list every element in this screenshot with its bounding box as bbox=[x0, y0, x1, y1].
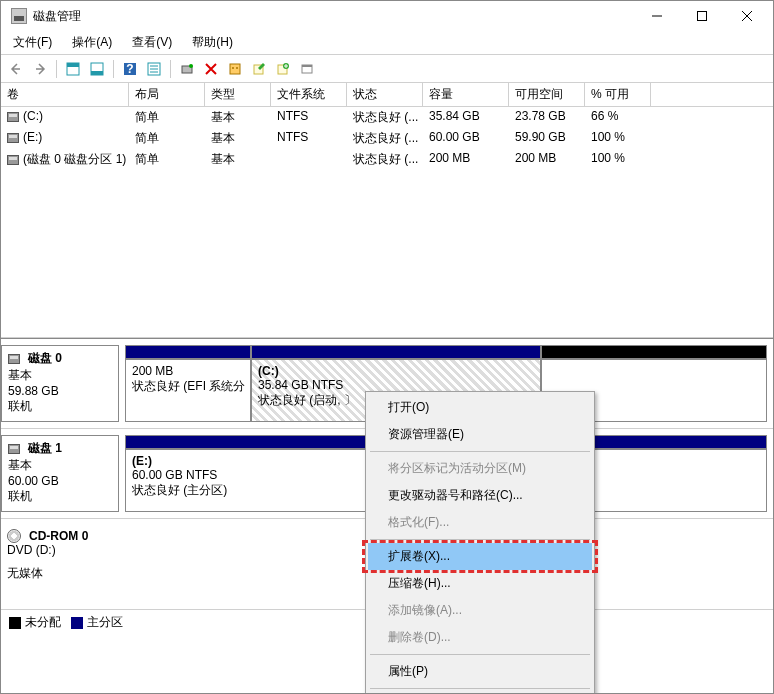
menu-action[interactable]: 操作(A) bbox=[68, 32, 116, 53]
properties-button[interactable] bbox=[224, 58, 246, 80]
action2-button[interactable] bbox=[272, 58, 294, 80]
svg-rect-2 bbox=[67, 63, 79, 67]
ctx-shrink[interactable]: 压缩卷(H)... bbox=[368, 570, 592, 597]
toolbar: ? bbox=[1, 55, 773, 83]
view-top-button[interactable] bbox=[62, 58, 84, 80]
partition-stripe bbox=[125, 345, 251, 359]
table-row[interactable]: (E:) 简单 基本 NTFS 状态良好 (... 60.00 GB 59.90… bbox=[1, 128, 773, 149]
ctx-mark-active: 将分区标记为活动分区(M) bbox=[368, 455, 592, 482]
svg-rect-0 bbox=[697, 12, 706, 21]
partition-box[interactable]: 200 MB 状态良好 (EFI 系统分 bbox=[125, 359, 251, 422]
swatch-primary bbox=[71, 617, 83, 629]
col-free[interactable]: 可用空间 bbox=[509, 83, 585, 106]
context-menu: 打开(O) 资源管理器(E) 将分区标记为活动分区(M) 更改驱动器号和路径(C… bbox=[365, 391, 595, 694]
svg-text:?: ? bbox=[126, 62, 133, 76]
volume-icon bbox=[7, 112, 19, 122]
help-button[interactable]: ? bbox=[119, 58, 141, 80]
disk-header[interactable]: CD-ROM 0 DVD (D:) 无媒体 bbox=[1, 525, 119, 603]
ctx-extend[interactable]: 扩展卷(X)... bbox=[368, 543, 592, 570]
action1-button[interactable] bbox=[248, 58, 270, 80]
menubar: 文件(F) 操作(A) 查看(V) 帮助(H) bbox=[1, 31, 773, 55]
view-bottom-button[interactable] bbox=[86, 58, 108, 80]
col-capacity[interactable]: 容量 bbox=[423, 83, 509, 106]
maximize-button[interactable] bbox=[679, 1, 724, 31]
refresh-button[interactable] bbox=[176, 58, 198, 80]
app-icon bbox=[11, 8, 27, 24]
svg-rect-10 bbox=[230, 64, 240, 74]
disk-icon bbox=[8, 444, 20, 454]
menu-file[interactable]: 文件(F) bbox=[9, 32, 56, 53]
close-button[interactable] bbox=[724, 1, 769, 31]
delete-button[interactable] bbox=[200, 58, 222, 80]
table-row[interactable]: (C:) 简单 基本 NTFS 状态良好 (... 35.84 GB 23.78… bbox=[1, 107, 773, 128]
window-button[interactable] bbox=[296, 58, 318, 80]
svg-rect-17 bbox=[302, 65, 312, 67]
menu-help[interactable]: 帮助(H) bbox=[188, 32, 237, 53]
disk-header[interactable]: 磁盘 0 基本 59.88 GB 联机 bbox=[1, 345, 119, 422]
cdrom-icon bbox=[7, 529, 21, 543]
swatch-unallocated bbox=[9, 617, 21, 629]
disk-header[interactable]: 磁盘 1 基本 60.00 GB 联机 bbox=[1, 435, 119, 512]
unallocated-stripe bbox=[541, 345, 767, 359]
table-header: 卷 布局 类型 文件系统 状态 容量 可用空间 % 可用 bbox=[1, 83, 773, 107]
partition-stripe bbox=[251, 345, 541, 359]
table-row[interactable]: (磁盘 0 磁盘分区 1) 简单 基本 状态良好 (... 200 MB 200… bbox=[1, 149, 773, 170]
ctx-properties[interactable]: 属性(P) bbox=[368, 658, 592, 685]
col-status[interactable]: 状态 bbox=[347, 83, 423, 106]
ctx-format: 格式化(F)... bbox=[368, 509, 592, 536]
ctx-explorer[interactable]: 资源管理器(E) bbox=[368, 421, 592, 448]
ctx-delete: 删除卷(D)... bbox=[368, 624, 592, 651]
titlebar: 磁盘管理 bbox=[1, 1, 773, 31]
col-type[interactable]: 类型 bbox=[205, 83, 271, 106]
back-button[interactable] bbox=[5, 58, 27, 80]
ctx-change-letter[interactable]: 更改驱动器号和路径(C)... bbox=[368, 482, 592, 509]
ctx-open[interactable]: 打开(O) bbox=[368, 394, 592, 421]
col-fs[interactable]: 文件系统 bbox=[271, 83, 347, 106]
col-pct[interactable]: % 可用 bbox=[585, 83, 651, 106]
minimize-button[interactable] bbox=[634, 1, 679, 31]
svg-point-12 bbox=[236, 67, 238, 69]
svg-point-11 bbox=[232, 67, 234, 69]
svg-point-9 bbox=[189, 64, 193, 68]
disk-icon bbox=[8, 354, 20, 364]
menu-view[interactable]: 查看(V) bbox=[128, 32, 176, 53]
volume-icon bbox=[7, 155, 19, 165]
volume-table: 卷 布局 类型 文件系统 状态 容量 可用空间 % 可用 (C:) 简单 基本 … bbox=[1, 83, 773, 338]
svg-rect-4 bbox=[91, 71, 103, 75]
window-title: 磁盘管理 bbox=[33, 8, 634, 25]
volume-icon bbox=[7, 133, 19, 143]
ctx-add-mirror: 添加镜像(A)... bbox=[368, 597, 592, 624]
col-volume[interactable]: 卷 bbox=[1, 83, 129, 106]
list-button[interactable] bbox=[143, 58, 165, 80]
col-layout[interactable]: 布局 bbox=[129, 83, 205, 106]
forward-button[interactable] bbox=[29, 58, 51, 80]
